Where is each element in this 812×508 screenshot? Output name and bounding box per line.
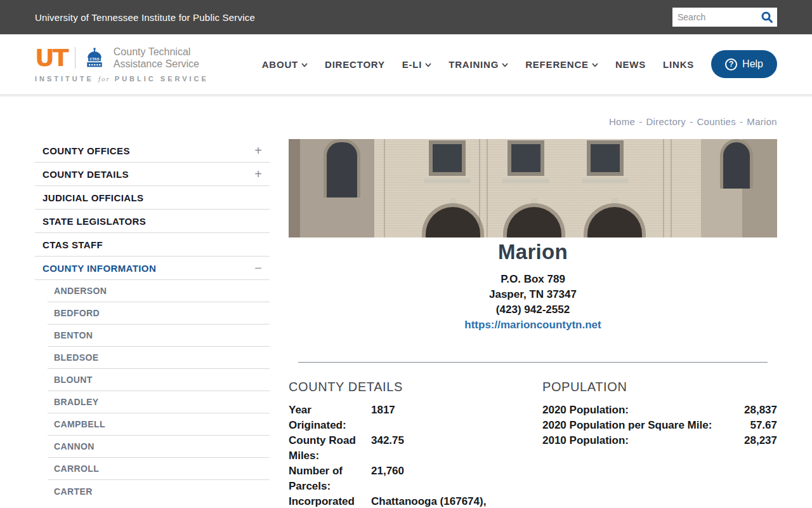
population-heading: POPULATION [542, 380, 777, 394]
county-courthouse-photo [289, 139, 777, 237]
county-link-bradley[interactable]: BRADLEY [48, 391, 270, 413]
chevron-down-icon [592, 63, 598, 67]
site-title-link[interactable]: University of Tennessee Institute for Pu… [35, 12, 255, 23]
nav-links[interactable]: LINKS [663, 59, 694, 70]
nav-directory[interactable]: DIRECTORY [325, 59, 385, 70]
county-link-anderson[interactable]: ANDERSON [48, 280, 270, 302]
photo-entry-arch [507, 207, 561, 237]
ctas-capitol-icon: CTAS [83, 46, 106, 69]
county-details-section: COUNTY DETAILS Year Originated: 1817 Cou… [289, 380, 523, 508]
main-nav: ABOUT DIRECTORY E-LI TRAINING REFERENCE [262, 50, 777, 78]
section-divider [298, 362, 768, 363]
sidebar-item-state-legislators[interactable]: STATE LEGISLATORS [35, 210, 270, 233]
main-header: UT CTAS County Techn [0, 34, 812, 97]
nav-reference[interactable]: REFERENCE [525, 59, 598, 70]
org-name: County Technical Assistance Service [114, 46, 199, 70]
chevron-down-icon [425, 63, 431, 67]
sidebar-item-judicial-officials[interactable]: JUDICIAL OFFICIALS [35, 186, 270, 210]
breadcrumb-counties[interactable]: Counties [697, 116, 736, 127]
help-button[interactable]: ? Help [711, 50, 777, 78]
county-link-carter[interactable]: CARTER [48, 480, 270, 502]
photo-window [587, 140, 624, 176]
sidebar-item-county-details[interactable]: COUNTY DETAILS + [35, 163, 270, 186]
breadcrumb: Home-Directory-Counties-Marion [35, 116, 777, 127]
chevron-down-icon [502, 63, 508, 67]
top-utility-bar: University of Tennessee Institute for Pu… [0, 0, 812, 34]
help-question-icon: ? [725, 58, 737, 70]
sidebar: COUNTY OFFICES + COUNTY DETAILS + JUDICI… [35, 139, 270, 502]
detail-row-incorporated: Incorporated Chattanooga (167674), [289, 494, 523, 508]
sidebar-item-county-offices[interactable]: COUNTY OFFICES + [35, 139, 270, 163]
logo-divider [75, 47, 75, 69]
photo-window [429, 140, 466, 176]
sidebar-item-ctas-staff[interactable]: CTAS STAFF [35, 233, 270, 257]
population-row-2020-per-sq-mile: 2020 Population per Square Mile: 57.67 [542, 418, 777, 433]
plus-icon[interactable]: + [254, 144, 262, 157]
county-details-heading: COUNTY DETAILS [289, 380, 523, 394]
ctas-logo[interactable]: UT CTAS County Techn [35, 46, 209, 83]
county-link-benton[interactable]: BENTON [48, 324, 270, 347]
address-line2: Jasper, TN 37347 [289, 287, 777, 302]
address-line1: P.O. Box 789 [289, 272, 777, 287]
county-link-carroll[interactable]: CARROLL [48, 458, 270, 480]
photo-entry-arch [587, 207, 642, 237]
main-content: Marion P.O. Box 789 Jasper, TN 37347 (42… [289, 139, 777, 508]
breadcrumb-separator: - [639, 116, 642, 127]
photo-arched-window [720, 139, 753, 189]
county-website-link[interactable]: https://marioncountytn.net [289, 318, 777, 333]
population-row-2010: 2010 Population: 28,237 [542, 433, 777, 448]
population-row-2020: 2020 Population: 28,837 [542, 403, 777, 418]
county-link-campbell[interactable]: CAMPBELL [48, 413, 270, 436]
sidebar-item-county-information[interactable]: COUNTY INFORMATION − [35, 257, 270, 280]
breadcrumb-current: Marion [747, 116, 777, 127]
breadcrumb-separator: - [690, 116, 693, 127]
chevron-down-icon [301, 63, 308, 67]
svg-text:CTAS: CTAS [89, 57, 100, 61]
photo-window [508, 140, 544, 176]
search-icon [761, 11, 773, 23]
detail-row-number-of-parcels: Number of Parcels: 21,760 [289, 464, 523, 494]
county-link-bedford[interactable]: BEDFORD [48, 302, 270, 324]
photo-entry-arch [426, 207, 480, 237]
county-link-cannon[interactable]: CANNON [48, 436, 270, 458]
county-link-bledsoe[interactable]: BLEDSOE [48, 347, 270, 369]
nav-about[interactable]: ABOUT [262, 59, 308, 70]
page-title: Marion [289, 240, 777, 264]
county-phone: (423) 942-2552 [289, 302, 777, 318]
plus-icon[interactable]: + [254, 168, 262, 180]
county-list: ANDERSON BEDFORD BENTON BLEDSOE BLOUNT B… [35, 280, 270, 502]
county-address: P.O. Box 789 Jasper, TN 37347 (423) 942-… [289, 272, 777, 318]
photo-arched-window [324, 139, 360, 197]
detail-row-county-road-miles: County Road Miles: 342.75 [289, 433, 523, 464]
nav-news[interactable]: NEWS [615, 59, 646, 70]
detail-row-year-originated: Year Originated: 1817 [289, 403, 523, 433]
breadcrumb-directory[interactable]: Directory [646, 116, 686, 127]
nav-e-li[interactable]: E-LI [402, 59, 432, 70]
population-section: POPULATION 2020 Population: 28,837 2020 … [542, 380, 777, 508]
ut-logo: UT [35, 46, 67, 70]
county-link-blount[interactable]: BLOUNT [48, 369, 270, 391]
nav-training[interactable]: TRAINING [449, 59, 508, 70]
breadcrumb-separator: - [740, 116, 743, 127]
search-button[interactable] [757, 8, 777, 27]
search-input[interactable] [672, 12, 757, 22]
search-box [672, 8, 777, 27]
minus-icon[interactable]: − [254, 262, 262, 274]
breadcrumb-home[interactable]: Home [609, 116, 635, 127]
institute-tagline: INSTITUTE for PUBLIC SERVICE [35, 75, 209, 83]
